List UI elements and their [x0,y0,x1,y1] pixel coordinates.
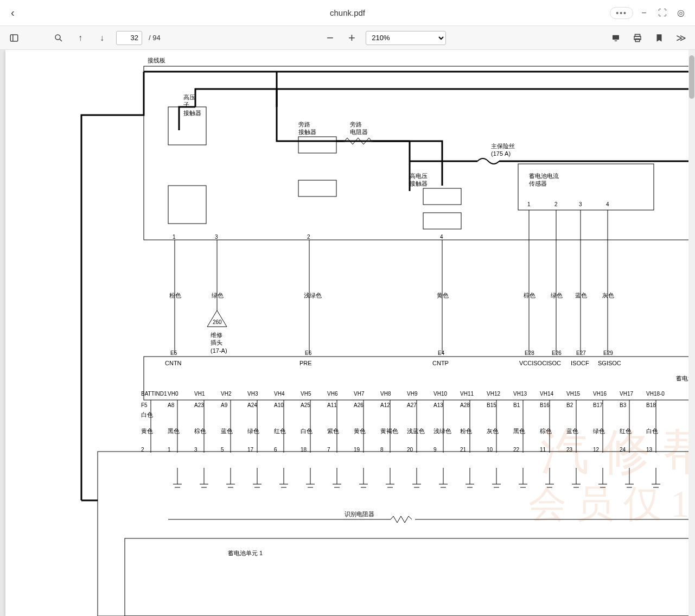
presentation-button[interactable] [608,30,623,46]
grid-label: 10 [487,446,493,453]
signal-name: VCCISOC [519,359,546,367]
grid-label: 棕色 [540,427,552,435]
zoom-select[interactable]: 210% [366,31,446,45]
wire-color: 绿色 [551,291,563,299]
grid-label: VH8 [380,390,391,397]
grid-label: 3 [194,446,197,453]
grid-label: VH18-0 [646,390,665,397]
grid-label: 黄色 [141,427,153,435]
grid-label: 黄色 [354,427,366,435]
search-button[interactable] [51,30,66,46]
grid-label: A25 [301,402,310,409]
scrollbar-thumb[interactable] [689,55,694,99]
grid-label: VH11 [460,390,474,397]
wire-color: 绿色 [212,291,224,299]
zoom-out-button[interactable]: − [322,30,337,46]
mid-pin: 1 [173,233,176,240]
page-canvas: 接线板 高压 子 接触器 旁路 接触器 旁路 电阻器 高电压 接触器 主保险丝 … [5,50,695,616]
svg-rect-10 [168,186,206,224]
grid-label: 棕色 [194,427,206,435]
signal-name: CNTP [432,359,449,367]
grid-label: 8 [380,446,384,453]
title-bar: ‹ chunk.pdf ••• − ⛶ ◎ [0,0,695,26]
wire-color: 黄色 [437,291,449,299]
sensor-pin: 2 [554,201,558,208]
sensor-pin: 4 [606,201,609,208]
grid-label: VH3 [247,390,258,397]
svg-rect-16 [144,66,695,240]
grid-label: A24 [247,402,257,409]
watermark-line1: 汽 修 帮 [540,419,695,485]
grid-label: B16 [540,402,550,409]
grid-label: VH13 [513,390,527,397]
toolbar: ↑ ↓ / 94 − + 210% ≫ [0,26,695,50]
grid-label: 6 [274,446,277,453]
connector-id: E5 [170,350,177,357]
grid-label: VH6 [327,390,337,397]
document-title: chunk.pdf [330,8,365,17]
connector-id: E27 [576,350,586,357]
grid-label: 13 [646,446,652,453]
label-bypass-contactor: 旁路 接触器 [298,120,316,136]
grid-label: A13 [433,402,443,409]
prev-page-button[interactable]: ↑ [73,30,88,46]
minimize-button[interactable]: − [636,5,652,21]
more-menu-button[interactable]: ••• [610,7,633,19]
grid-label: B2 [566,402,573,409]
sidebar-toggle-button[interactable] [7,30,22,46]
grid-label: A12 [380,402,390,409]
bookmark-button[interactable] [652,30,667,46]
grid-label: 灰色 [487,427,499,435]
mid-pin: 3 [215,233,218,240]
close-button[interactable]: ◎ [673,5,688,21]
label-service-plug: 维修 插头 (17-A) [211,331,227,354]
svg-rect-4 [613,35,619,39]
more-tools-button[interactable]: ≫ [673,30,688,46]
grid-label: F5 [141,402,148,409]
grid-label: VH12 [487,390,500,397]
page-total-label: / 94 [149,34,161,42]
grid-label: 蓝色 [566,427,578,435]
grid-label: 浅绿色 [433,427,451,435]
grid-label: B15 [487,402,496,409]
grid-label: 7 [327,446,330,453]
grid-label: 2 [141,446,144,453]
connector-id: E28 [525,350,534,357]
page-number-input[interactable] [116,31,142,45]
grid-label: 黑色 [168,427,180,435]
grid-label: 17 [247,446,253,453]
grid-label: 21 [460,446,466,453]
grid-label: 19 [354,446,360,453]
grid-label: VH2 [221,390,231,397]
maximize-button[interactable]: ⛶ [655,5,670,21]
grid-label: B1 [513,402,520,409]
grid-label: A23 [194,402,204,409]
grid-label: 20 [407,446,413,453]
zoom-in-button[interactable]: + [344,30,359,46]
grid-label: 白色 [646,427,658,435]
grid-label: VH4 [274,390,284,397]
connector-id: E4 [438,350,444,357]
window-controls: ••• − ⛶ ◎ [610,5,688,21]
label-current-sensor: 蓄电池电流 传感器 [529,172,559,188]
document-viewport[interactable]: 接线板 高压 子 接触器 旁路 接触器 旁路 电阻器 高电压 接触器 主保险丝 … [0,50,695,616]
grid-label: 黄褐色 [380,427,398,435]
vertical-scrollbar[interactable] [688,50,695,616]
grid-label: 5 [221,446,224,453]
grid-label: VH10 [433,390,447,397]
grid-label: 蓝色 [221,427,233,435]
grid-label: VH0 [168,390,178,397]
connector-id: E6 [305,350,311,357]
svg-point-2 [55,35,60,40]
wiring-diagram: 接线板 高压 子 接触器 旁路 接触器 旁路 电阻器 高电压 接触器 主保险丝 … [5,50,695,616]
label-service-plug-num: 260 [213,319,222,326]
grid-label: 粉色 [460,427,472,435]
grid-label: 1 [168,446,171,453]
signal-name: CNTN [165,359,182,367]
grid-label: 22 [513,446,519,453]
print-button[interactable] [630,30,645,46]
back-button[interactable]: ‹ [7,4,19,21]
sensor-pin: 1 [527,201,531,208]
next-page-button[interactable]: ↓ [94,30,110,46]
connector-id: E29 [603,350,613,357]
